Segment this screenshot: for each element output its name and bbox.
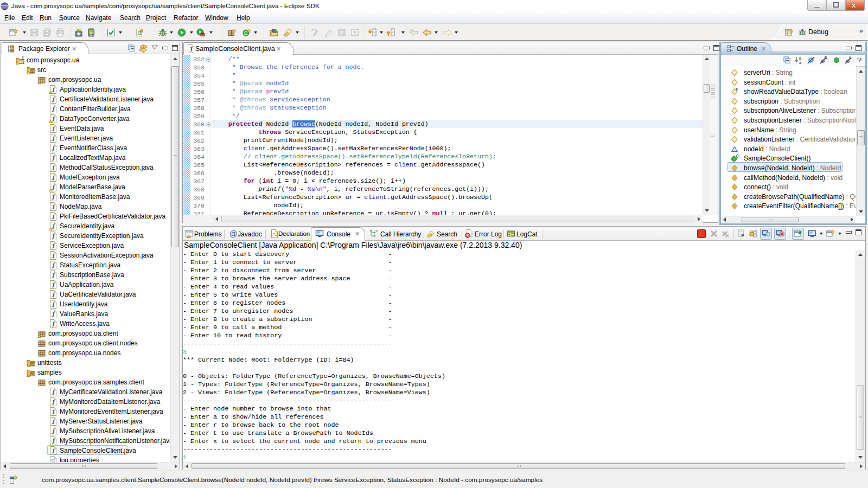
svg-text:J: J xyxy=(52,165,55,171)
svg-text:@: @ xyxy=(229,229,237,238)
svg-text:J: J xyxy=(52,262,55,269)
svg-text:J: J xyxy=(52,243,55,249)
svg-text:J: J xyxy=(52,155,55,162)
svg-text:C: C xyxy=(736,154,739,159)
svg-text:J: J xyxy=(52,272,55,279)
svg-text:J: J xyxy=(52,282,55,288)
svg-text:J: J xyxy=(52,214,55,220)
svg-text:J: J xyxy=(52,106,55,113)
svg-text:J: J xyxy=(52,399,55,406)
svg-text:J: J xyxy=(52,321,55,328)
svg-text:J: J xyxy=(21,56,24,61)
svg-text:¶: ¶ xyxy=(354,29,356,36)
svg-text:J: J xyxy=(52,194,55,201)
svg-text:J: J xyxy=(52,448,55,454)
svg-text:J: J xyxy=(52,389,55,396)
svg-text:J: J xyxy=(189,46,193,53)
svg-text:J: J xyxy=(52,301,55,308)
svg-text:J: J xyxy=(52,145,55,152)
svg-text:J: J xyxy=(52,97,55,103)
svg-text:J: J xyxy=(52,175,55,181)
svg-text:J: J xyxy=(52,184,55,191)
svg-text:J: J xyxy=(52,223,55,230)
svg-text:J: J xyxy=(52,126,55,132)
svg-text:z: z xyxy=(799,60,801,65)
svg-text:J: J xyxy=(52,253,55,259)
svg-text:C: C xyxy=(244,30,248,36)
svg-text:J: J xyxy=(52,292,55,298)
svg-text:J: J xyxy=(52,87,55,93)
svg-text:J: J xyxy=(52,409,55,415)
svg-text:J: J xyxy=(52,204,55,210)
svg-text:J: J xyxy=(52,116,55,123)
svg-text:J: J xyxy=(52,233,55,240)
svg-text:J: J xyxy=(52,428,55,435)
svg-text:J: J xyxy=(52,419,55,425)
svg-text:J: J xyxy=(52,311,55,318)
svg-text:J: J xyxy=(52,438,55,445)
svg-text:F: F xyxy=(736,87,739,92)
svg-text:J: J xyxy=(52,136,55,142)
